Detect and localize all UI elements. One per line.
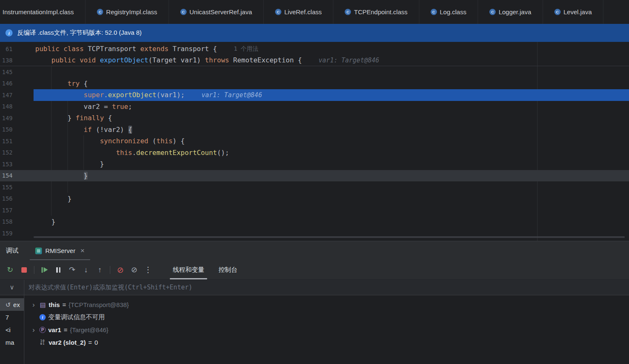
code-line-147[interactable]: 147 super.exportObject(var1);var1: Targe…	[0, 89, 629, 101]
line-number[interactable]: 155	[0, 184, 13, 191]
editor-tab-LiveRef.class[interactable]: CLiveRef.class	[264, 0, 333, 24]
session-tab-label: RMIServer	[45, 247, 75, 254]
frame-row-3[interactable]: ma	[0, 336, 24, 349]
code-line-155[interactable]: 155	[0, 181, 629, 193]
step-over-icon-button[interactable]: ↷	[65, 263, 79, 276]
debug-toolbar: ↻↷↓↑⊘⊘⋮ 线程和变量控制台	[0, 260, 629, 279]
expand-chevron-icon[interactable]: ›	[29, 326, 39, 333]
reset-frame-icon: ↺	[5, 302, 11, 308]
code-token: (!var2)	[96, 126, 128, 134]
line-number[interactable]: 156	[0, 195, 13, 202]
line-number[interactable]: 149	[0, 115, 13, 121]
line-number[interactable]: 150	[0, 126, 13, 133]
code-line-148[interactable]: 148 var2 = true;	[0, 101, 629, 113]
debug-header: 调试 RMIServer ×	[0, 241, 629, 260]
chevron-down-icon: ∨	[10, 284, 14, 291]
step-out-icon-button[interactable]: ↑	[93, 263, 107, 276]
resume-icon	[42, 267, 48, 273]
expression-strip[interactable]: ∨	[0, 280, 24, 295]
line-number[interactable]: 154	[0, 172, 13, 179]
toolbar-separator	[110, 266, 110, 274]
code-line-158[interactable]: 158 }	[0, 216, 629, 228]
code-line-61[interactable]: 61public class TCPTransport extends Tran…	[0, 43, 629, 55]
line-number[interactable]: 159	[0, 230, 13, 237]
code-token: TCPTransport	[88, 45, 140, 53]
code-line-156[interactable]: 156 }	[0, 193, 629, 205]
class-icon: C	[345, 9, 351, 15]
line-number[interactable]: 148	[0, 103, 13, 110]
code-token: {	[108, 114, 112, 122]
code-text: public class TCPTransport extends Transp…	[35, 45, 217, 53]
line-number[interactable]: 151	[0, 138, 13, 145]
line-number[interactable]: 147	[0, 92, 13, 98]
variable-row-var2 (slot_2)[interactable]: 1001var2 (slot_2)=0	[24, 336, 629, 349]
code-token: (	[152, 137, 156, 145]
frame-row-0[interactable]: ↺ex	[0, 298, 24, 311]
inline-hint: var1: Target@846	[319, 57, 379, 64]
code-line-157[interactable]: 157	[0, 204, 629, 216]
editor-tab-RegistryImpl.class[interactable]: CRegistryImpl.class	[86, 0, 169, 24]
code-line-153[interactable]: 153 }	[0, 158, 629, 170]
code-line-146[interactable]: 146 try {	[0, 78, 629, 90]
evaluate-expression-input[interactable]	[24, 280, 629, 295]
clear-all-icon-button[interactable]: ⊘	[127, 263, 141, 276]
line-number[interactable]: 152	[0, 149, 13, 156]
resume-triangle	[44, 267, 48, 272]
equals-sign: =	[62, 301, 66, 308]
expand-chevron-icon[interactable]: ›	[29, 301, 39, 308]
code-editor[interactable]: 61public class TCPTransport extends Tran…	[0, 42, 629, 241]
variable-row-var1[interactable]: ›Pvar1={Target@846}	[24, 323, 629, 336]
code-token: if	[84, 126, 96, 134]
editor-tab-UnicastServerRef.java[interactable]: CUnicastServerRef.java	[169, 0, 264, 24]
frame-row-2[interactable]: <i	[0, 323, 24, 336]
debug-session-tab[interactable]: RMIServer ×	[30, 241, 90, 260]
editor-tab-TCPEndpoint.class[interactable]: CTCPEndpoint.class	[333, 0, 419, 24]
mute-breakpoints-icon: ⊘	[117, 266, 124, 274]
line-number[interactable]: 145	[0, 69, 13, 75]
code-token: this	[156, 137, 173, 145]
code-token: decrementExportCount	[136, 149, 217, 157]
pause-icon-button[interactable]	[52, 263, 65, 276]
rerun-icon-button[interactable]: ↻	[3, 263, 17, 276]
code-token: RemoteException {	[233, 56, 302, 64]
frame-row-1[interactable]: 7	[0, 311, 24, 323]
line-number[interactable]: 61	[0, 46, 13, 52]
editor-tab-InstrumentationImpl.class[interactable]: InstrumentationImpl.class	[0, 0, 86, 24]
more-options-icon-button[interactable]: ⋮	[141, 263, 155, 276]
code-line-154[interactable]: 154 }	[0, 170, 629, 182]
resume-icon-button[interactable]	[38, 263, 51, 276]
tab-label: Log.class	[440, 8, 466, 15]
code-line-152[interactable]: 152 this.decrementExportCount();	[0, 147, 629, 159]
mute-breakpoints-icon-button[interactable]: ⊘	[114, 263, 127, 276]
tab-label: LiveRef.class	[284, 8, 322, 15]
variable-row-this[interactable]: ›▤this={TCPTransport@838}	[24, 298, 629, 311]
code-token: ();	[217, 149, 229, 157]
line-number[interactable]: 153	[0, 161, 13, 168]
editor-tab-Log.class[interactable]: CLog.class	[419, 0, 478, 24]
horizontal-scrollbar[interactable]	[34, 236, 625, 238]
code-line-150[interactable]: 150 if (!var2) {	[0, 124, 629, 136]
code-token: }	[84, 172, 88, 180]
step-into-icon-button[interactable]: ↓	[79, 263, 93, 276]
code-line-145[interactable]: 145	[0, 66, 629, 78]
code-line-151[interactable]: 151 synchronized (this) {	[0, 135, 629, 147]
view-tab-线程和变量[interactable]: 线程和变量	[166, 260, 211, 279]
stop-icon-button[interactable]	[17, 263, 31, 276]
line-number[interactable]: 157	[0, 207, 13, 214]
line-number[interactable]: 138	[0, 57, 13, 64]
equals-sign: =	[64, 326, 68, 333]
view-tab-控制台[interactable]: 控制台	[211, 260, 244, 279]
editor-tab-Logger.java[interactable]: CLogger.java	[478, 0, 543, 24]
class-icon: C	[489, 9, 496, 15]
editor-tab-Level.java[interactable]: CLevel.java	[543, 0, 604, 24]
code-token: (var1);	[156, 91, 185, 99]
close-icon[interactable]: ×	[81, 247, 85, 254]
line-number[interactable]: 158	[0, 218, 13, 225]
code-token: synchronized	[100, 137, 152, 145]
code-line-138[interactable]: 138 public void exportObject(Target var1…	[0, 55, 629, 67]
code-text: } finally {	[35, 114, 112, 122]
line-number[interactable]: 146	[0, 80, 13, 87]
code-line-149[interactable]: 149 } finally {	[0, 112, 629, 124]
code-text: try {	[35, 80, 88, 88]
tab-label: Logger.java	[499, 8, 531, 15]
